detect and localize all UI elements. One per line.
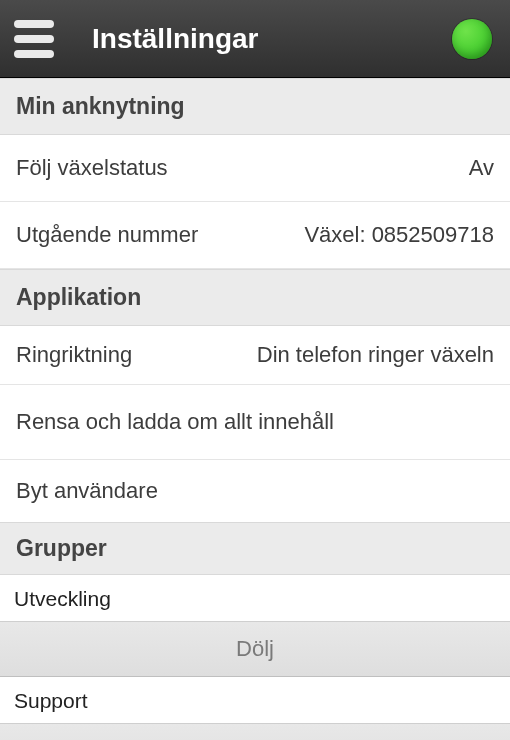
group-name-utveckling: Utveckling [0, 575, 510, 621]
group-button-show[interactable]: Visa [0, 723, 510, 740]
page-title: Inställningar [92, 23, 258, 55]
group-item-utveckling: Utveckling Dölj [0, 575, 510, 677]
hamburger-icon[interactable] [14, 20, 54, 58]
value-outgoing-number: Växel: 0852509718 [304, 222, 494, 248]
row-clear-reload[interactable]: Rensa och ladda om allt innehåll [0, 385, 510, 460]
app-header: Inställningar [0, 0, 510, 78]
status-indicator-icon[interactable] [452, 19, 492, 59]
group-button-hide[interactable]: Dölj [0, 621, 510, 677]
label-follow-exchange-status: Följ växelstatus [16, 155, 168, 181]
section-header-my-extension: Min anknytning [0, 78, 510, 135]
group-item-support: Support Visa [0, 677, 510, 740]
section-header-application: Applikation [0, 269, 510, 326]
value-ring-direction: Din telefon ringer växeln [257, 342, 494, 368]
label-ring-direction: Ringriktning [16, 342, 132, 368]
label-outgoing-number: Utgående nummer [16, 222, 198, 248]
row-ring-direction[interactable]: Ringriktning Din telefon ringer växeln [0, 326, 510, 385]
row-switch-user[interactable]: Byt användare [0, 460, 510, 522]
row-outgoing-number[interactable]: Utgående nummer Växel: 0852509718 [0, 202, 510, 269]
section-header-groups: Grupper [0, 522, 510, 575]
group-name-support: Support [0, 677, 510, 723]
row-follow-exchange-status[interactable]: Följ växelstatus Av [0, 135, 510, 202]
value-follow-exchange-status: Av [469, 155, 494, 181]
